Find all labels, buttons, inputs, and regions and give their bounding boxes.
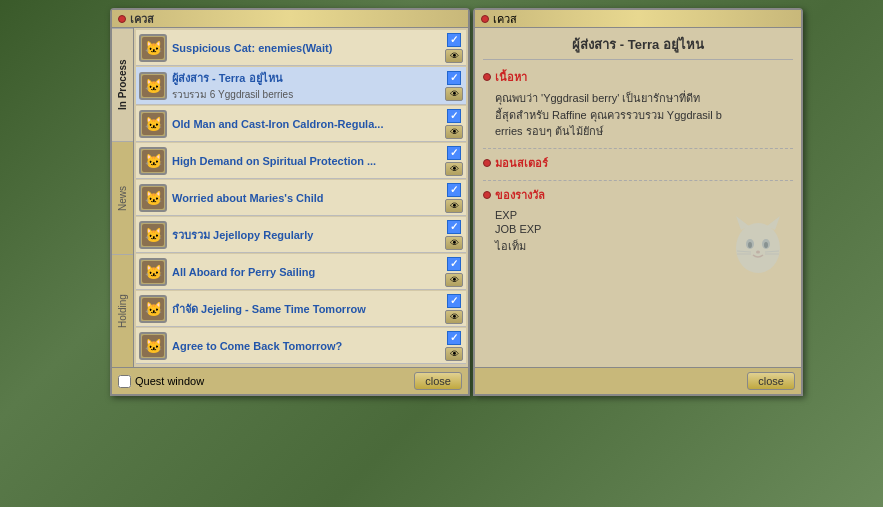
- quest-eye-button[interactable]: 👁: [445, 125, 463, 139]
- quest-window-footer: Quest window close: [112, 367, 468, 394]
- quest-icon: 🐱: [139, 72, 167, 100]
- tab-in-process[interactable]: In Process: [112, 28, 133, 141]
- objective-section-title: เนื้อหา: [483, 68, 793, 86]
- quest-text: Suspicious Cat: enemies(Wait): [172, 42, 442, 54]
- svg-point-0: [736, 223, 780, 273]
- quest-checkbox[interactable]: [447, 220, 461, 234]
- quest-title: Suspicious Cat: enemies(Wait): [172, 42, 442, 54]
- monster-dot: [483, 159, 491, 167]
- quest-controls: 👁: [445, 71, 463, 101]
- quest-window-checkbox[interactable]: [118, 375, 131, 388]
- quest-checkbox[interactable]: [447, 331, 461, 345]
- quest-window-checkbox-text: Quest window: [135, 375, 204, 387]
- quest-title: Agree to Come Back Tomorrow?: [172, 340, 442, 352]
- quest-icon: 🐱: [139, 184, 167, 212]
- quest-title: ผู้ส่งสาร - Terra อยู่ไหน: [172, 69, 442, 87]
- quest-icon: 🐱: [139, 34, 167, 62]
- quest-icon: 🐱: [139, 295, 167, 323]
- quest-text: กำจัด Jejeling - Same Time Tomorrow: [172, 300, 442, 318]
- list-item[interactable]: 🐱 Old Man and Cast-Iron Caldron-Regula..…: [136, 106, 466, 142]
- cat-mascot: [723, 208, 793, 278]
- quest-text: Agree to Come Back Tomorrow?: [172, 340, 442, 352]
- quest-list-window: เควส In Process News Holding 🐱 Suspiciou…: [110, 8, 470, 396]
- quest-eye-button[interactable]: 👁: [445, 199, 463, 213]
- list-item[interactable]: 🐱 Suspicious Cat: enemies(Wait) 👁: [136, 30, 466, 66]
- svg-point-5: [748, 242, 752, 248]
- quest-window-close-button[interactable]: close: [414, 372, 462, 390]
- quest-eye-button[interactable]: 👁: [445, 310, 463, 324]
- detail-objective-section: เนื้อหา คุณพบว่า 'Yggdrasil berry' เป็นย…: [483, 68, 793, 140]
- quest-text: Old Man and Cast-Iron Caldron-Regula...: [172, 118, 442, 130]
- quest-controls: 👁: [445, 183, 463, 213]
- tab-holding[interactable]: Holding: [112, 254, 133, 367]
- quest-checkbox[interactable]: [447, 109, 461, 123]
- quest-checkbox[interactable]: [447, 33, 461, 47]
- quest-controls: 👁: [445, 33, 463, 63]
- quest-list[interactable]: 🐱 Suspicious Cat: enemies(Wait) 👁 🐱: [134, 28, 468, 367]
- list-item[interactable]: 🐱 All Aboard for Perry Sailing 👁: [136, 254, 466, 290]
- quest-eye-button[interactable]: 👁: [445, 87, 463, 101]
- detail-reward-section: ของรางวัล EXP JOB EXP ไอเท็ม: [483, 186, 793, 278]
- quest-eye-button[interactable]: 👁: [445, 162, 463, 176]
- windows-container: เควส In Process News Holding 🐱 Suspiciou…: [110, 8, 803, 396]
- quest-controls: 👁: [445, 257, 463, 287]
- quest-title: กำจัด Jejeling - Same Time Tomorrow: [172, 300, 442, 318]
- objective-text: คุณพบว่า 'Yggdrasil berry' เป็นยารักษาที…: [483, 90, 793, 140]
- reward-content: EXP JOB EXP ไอเท็ม: [483, 208, 793, 278]
- quest-icon: 🐱: [139, 147, 167, 175]
- quest-title: รวบรวม Jejellopy Regularly: [172, 226, 442, 244]
- reward-job-exp: JOB EXP: [483, 222, 713, 236]
- detail-body: ผู้ส่งสาร - Terra อยู่ไหน เนื้อหา คุณพบว…: [475, 28, 801, 367]
- reward-item: ไอเท็ม: [483, 236, 713, 256]
- quest-subtitle: รวบรวม 6 Yggdrasil berries: [172, 87, 442, 102]
- quest-text: Worried about Maries's Child: [172, 192, 442, 204]
- reward-text-block: EXP JOB EXP ไอเท็ม: [483, 208, 713, 256]
- quest-checkbox[interactable]: [447, 71, 461, 85]
- detail-titlebar: เควส: [475, 10, 801, 28]
- quest-window-title: เควส: [130, 10, 154, 28]
- list-item[interactable]: 🐱 ผู้ส่งสาร - Terra อยู่ไหน รวบรวม 6 Ygg…: [136, 67, 466, 105]
- quest-eye-button[interactable]: 👁: [445, 273, 463, 287]
- quest-controls: 👁: [445, 109, 463, 139]
- quest-eye-button[interactable]: 👁: [445, 347, 463, 361]
- quest-icon: 🐱: [139, 332, 167, 360]
- tab-news[interactable]: News: [112, 141, 133, 254]
- monster-section-title: มอนสเตอร์: [483, 154, 793, 172]
- quest-text: ผู้ส่งสาร - Terra อยู่ไหน รวบรวม 6 Yggdr…: [172, 69, 442, 102]
- quest-icon: 🐱: [139, 110, 167, 138]
- quest-checkbox[interactable]: [447, 183, 461, 197]
- list-item[interactable]: 🐱 High Demand on Spiritual Protection ..…: [136, 143, 466, 179]
- quest-text: รวบรวม Jejellopy Regularly: [172, 226, 442, 244]
- svg-point-7: [756, 250, 760, 253]
- list-item[interactable]: 🐱 กำจัด Jejeling - Same Time Tomorrow 👁: [136, 291, 466, 327]
- list-item[interactable]: 🐱 Worried about Maries's Child 👁: [136, 180, 466, 216]
- detail-window-footer: close: [475, 367, 801, 394]
- quest-icon: 🐱: [139, 221, 167, 249]
- detail-quest-title: ผู้ส่งสาร - Terra อยู่ไหน: [483, 34, 793, 60]
- quest-controls: 👁: [445, 294, 463, 324]
- detail-window-title: เควส: [493, 10, 517, 28]
- list-item[interactable]: 🐱 รวบรวม Jejellopy Regularly 👁: [136, 217, 466, 253]
- quest-detail-window: เควส ผู้ส่งสาร - Terra อยู่ไหน เนื้อหา ค…: [473, 8, 803, 396]
- cat-svg: [723, 208, 793, 278]
- quest-icon: 🐱: [139, 258, 167, 286]
- monster-label: มอนสเตอร์: [495, 154, 548, 172]
- quest-checkbox[interactable]: [447, 146, 461, 160]
- quest-controls: 👁: [445, 146, 463, 176]
- quest-checkbox[interactable]: [447, 257, 461, 271]
- quest-window-checkbox-label[interactable]: Quest window: [118, 375, 204, 388]
- list-item[interactable]: 🐱 Agree to Come Back Tomorrow? 👁: [136, 328, 466, 364]
- quest-title: All Aboard for Perry Sailing: [172, 266, 442, 278]
- quest-eye-button[interactable]: 👁: [445, 236, 463, 250]
- objective-label: เนื้อหา: [495, 68, 527, 86]
- quest-controls: 👁: [445, 331, 463, 361]
- quest-text: All Aboard for Perry Sailing: [172, 266, 442, 278]
- quest-checkbox[interactable]: [447, 294, 461, 308]
- quest-title: High Demand on Spiritual Protection ...: [172, 155, 442, 167]
- reward-dot: [483, 191, 491, 199]
- objective-dot: [483, 73, 491, 81]
- reward-exp: EXP: [483, 208, 713, 222]
- quest-eye-button[interactable]: 👁: [445, 49, 463, 63]
- detail-window-close-button[interactable]: close: [747, 372, 795, 390]
- svg-point-6: [764, 242, 768, 248]
